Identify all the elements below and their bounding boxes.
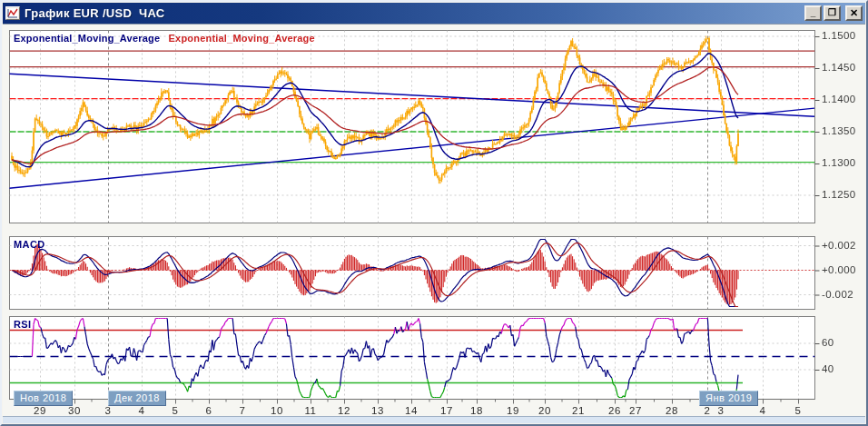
title-bar[interactable]: График EUR /USD ЧАС _ ❐ ✕ [3,3,865,24]
close-button[interactable]: ✕ [845,5,863,21]
rsi-panel[interactable] [9,316,814,399]
chart-window: График EUR /USD ЧАС _ ❐ ✕ Exponential_Mo… [0,0,868,426]
minimize-button[interactable]: _ [804,5,822,21]
maximize-button[interactable]: ❐ [824,5,841,21]
price-chart-panel[interactable] [9,30,814,223]
window-title: График EUR /USD ЧАС [25,6,803,20]
macd-panel[interactable] [9,236,814,309]
chart-icon [5,6,20,20]
